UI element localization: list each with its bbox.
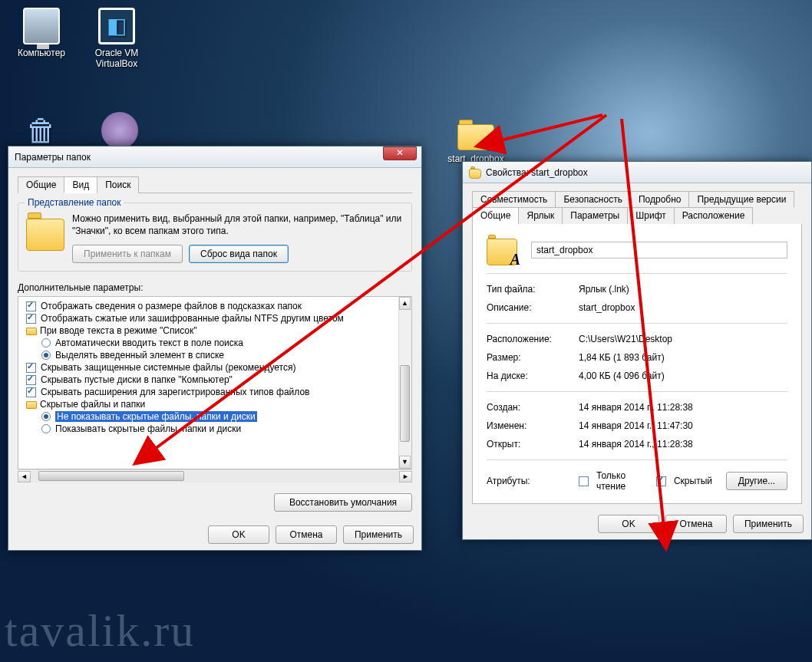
checkbox-icon xyxy=(26,301,36,311)
folder-view-groupbox: Представление папок Можно применить вид,… xyxy=(18,203,412,272)
groupbox-legend: Представление папок xyxy=(25,197,124,208)
virtualbox-icon xyxy=(98,8,135,44)
apply-to-folders-button: Применить к папкам xyxy=(72,245,183,263)
folder-options-button-bar: OK Отмена Применить xyxy=(8,519,421,550)
tab-ярлык[interactable]: Ярлык xyxy=(518,207,563,224)
filename-input[interactable]: start_dropbox xyxy=(531,242,787,259)
scroll-right-icon[interactable]: ► xyxy=(399,471,412,483)
groupbox-text: Можно применить вид, выбранный для этой … xyxy=(72,212,404,237)
attributes-label: Атрибуты: xyxy=(487,476,579,486)
size-value: 1,84 КБ (1 893 байт) xyxy=(579,352,787,363)
folder-options-tabs: Общие Вид Поиск xyxy=(18,176,412,193)
list-item[interactable]: Не показывать скрытые файлы, папки и дис… xyxy=(18,410,411,423)
tab-подробно[interactable]: Подробно xyxy=(630,191,690,207)
folder-options-window: Параметры папок ✕ Общие Вид Поиск Предст… xyxy=(8,146,422,551)
tab-расположение[interactable]: Расположение xyxy=(674,207,754,224)
list-item-label: Отображать сведения о размере файлов в п… xyxy=(41,301,302,311)
icon-virtualbox[interactable]: Oracle VM VirtualBox xyxy=(83,8,150,69)
list-item-label: Отображать сжатые или зашифрованные файл… xyxy=(41,313,344,324)
created-value: 14 января 2014 г., 11:28:38 xyxy=(579,402,787,413)
checkbox-icon xyxy=(26,314,36,324)
list-item[interactable]: Скрывать защищенные системные файлы (рек… xyxy=(18,361,411,374)
list-item-label: При вводе текста в режиме "Список" xyxy=(40,325,197,336)
radio-icon xyxy=(41,351,51,360)
icon-label: Компьютер xyxy=(18,48,65,58)
list-item-label: Выделять введенный элемент в списке xyxy=(55,350,224,361)
properties-window: Свойства: start_dropbox СовместимостьБез… xyxy=(462,161,812,540)
list-item[interactable]: Отображать сжатые или зашифрованные файл… xyxy=(18,312,411,324)
scroll-up-icon[interactable]: ▲ xyxy=(399,297,411,310)
folder-icon xyxy=(26,400,37,409)
list-item-label: Скрывать защищенные системные файлы (рек… xyxy=(41,362,295,373)
accessed-value: 14 января 2014 г., 11:28:38 xyxy=(579,439,787,450)
list-item[interactable]: Скрывать расширения для зарегистрированн… xyxy=(18,386,411,398)
watermark: tavalik.ru xyxy=(5,604,195,657)
window-title: Параметры папок xyxy=(15,152,418,163)
list-item[interactable]: При вводе текста в режиме "Список" xyxy=(18,324,411,337)
apply-button[interactable]: Применить xyxy=(343,525,414,544)
tab-безопасность[interactable]: Безопасность xyxy=(555,191,631,207)
location-value: C:\Users\W21\Desktop xyxy=(579,334,787,344)
list-item-label: Скрытые файлы и папки xyxy=(40,399,145,410)
ok-button[interactable]: OK xyxy=(598,515,659,533)
tab-предыдущие версии[interactable]: Предыдущие версии xyxy=(688,191,794,207)
icon-computer[interactable]: Компьютер xyxy=(11,8,72,58)
list-item-label: Автоматически вводить текст в поле поиск… xyxy=(55,338,243,348)
tab-общие[interactable]: Общие xyxy=(472,207,519,224)
eclipse-icon xyxy=(101,112,138,149)
created-label: Создан: xyxy=(487,402,579,413)
hscroll-thumb[interactable] xyxy=(38,471,184,481)
cancel-button[interactable]: Отмена xyxy=(276,525,337,544)
size-label: Размер: xyxy=(487,352,579,363)
folder-options-titlebar[interactable]: Параметры папок ✕ xyxy=(8,147,421,168)
advanced-settings-list[interactable]: ▲ ▼ Отображать сведения о размере файлов… xyxy=(18,296,412,469)
restore-defaults-button[interactable]: Восстановить умолчания xyxy=(274,493,412,512)
tab-совместимость[interactable]: Совместимость xyxy=(472,191,556,207)
description-label: Описание: xyxy=(487,302,579,313)
list-item[interactable]: Автоматически вводить текст в поле поиск… xyxy=(18,337,411,349)
description-value: start_dropbox xyxy=(579,302,787,313)
cancel-button[interactable]: Отмена xyxy=(665,515,727,533)
accessed-label: Открыт: xyxy=(487,439,579,450)
tab-general[interactable]: Общие xyxy=(18,176,64,193)
radio-icon xyxy=(41,338,51,347)
close-button[interactable]: ✕ xyxy=(383,147,417,160)
checkbox-icon xyxy=(26,387,36,397)
other-attributes-button[interactable]: Другие... xyxy=(726,472,787,490)
list-item-label: Показывать скрытые файлы, папки и диски xyxy=(55,423,241,434)
readonly-checkbox[interactable]: Только чтение xyxy=(579,470,642,492)
list-item-label: Не показывать скрытые файлы, папки и дис… xyxy=(55,411,257,422)
location-label: Расположение: xyxy=(487,334,579,344)
vertical-scrollbar[interactable]: ▲ ▼ xyxy=(398,297,411,469)
icon-label: Oracle VM VirtualBox xyxy=(95,48,139,69)
icon-start-dropbox-shortcut[interactable]: A start_dropbox xyxy=(445,117,507,164)
horizontal-scrollbar[interactable]: ◄ ► xyxy=(18,469,412,483)
scroll-left-icon[interactable]: ◄ xyxy=(18,471,31,483)
file-type-value: Ярлык (.lnk) xyxy=(579,284,787,295)
tab-параметры[interactable]: Параметры xyxy=(562,207,628,224)
properties-tabs-row2: ОбщиеЯрлыкПараметрыШрифтРасположение xyxy=(472,207,802,224)
list-item[interactable]: Показывать скрытые файлы, папки и диски xyxy=(18,423,411,435)
reset-folders-button[interactable]: Сброс вида папок xyxy=(189,245,289,263)
tab-view[interactable]: Вид xyxy=(64,176,97,193)
checkbox-icon xyxy=(26,375,36,385)
hidden-checkbox[interactable]: Скрытый xyxy=(656,476,712,486)
scroll-down-icon[interactable]: ▼ xyxy=(399,456,411,469)
modified-label: Изменен: xyxy=(487,420,579,431)
properties-tabs-row1: СовместимостьБезопасностьПодробноПредыду… xyxy=(472,191,802,207)
file-type-label: Тип файла: xyxy=(487,284,579,295)
list-item[interactable]: Выделять введенный элемент в списке xyxy=(18,349,411,361)
monitor-icon xyxy=(23,8,60,44)
checkbox-icon xyxy=(26,363,36,373)
tab-search[interactable]: Поиск xyxy=(97,176,139,193)
list-item[interactable]: Отображать сведения о размере файлов в п… xyxy=(18,300,411,312)
scroll-thumb[interactable] xyxy=(400,365,410,442)
properties-titlebar[interactable]: Свойства: start_dropbox xyxy=(463,162,811,183)
tab-шрифт[interactable]: Шрифт xyxy=(627,207,674,224)
apply-button[interactable]: Применить xyxy=(733,515,804,533)
list-item[interactable]: Скрывать пустые диски в папке "Компьютер… xyxy=(18,374,411,386)
ok-button[interactable]: OK xyxy=(208,525,269,544)
size-on-disk-value: 4,00 КБ (4 096 байт) xyxy=(579,371,787,381)
radio-icon xyxy=(41,412,51,421)
list-item[interactable]: Скрытые файлы и папки xyxy=(18,398,411,410)
